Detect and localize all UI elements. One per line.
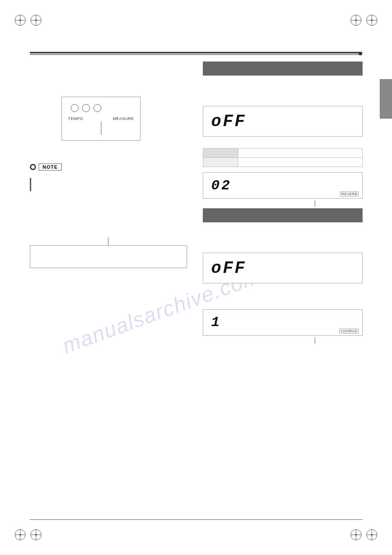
section1-content (203, 82, 363, 89)
left-para-2 (30, 203, 192, 210)
left-vertical-bar (30, 178, 31, 191)
header-rules (30, 52, 362, 60)
section2-header (203, 208, 363, 222)
left-para-4 (30, 225, 192, 233)
lcd-display-off-2: oFF (203, 253, 363, 283)
corner-mark-tl2 (28, 12, 44, 28)
lcd-off-2-text: oFF (211, 259, 246, 278)
left-content-area (30, 191, 192, 236)
table-cell-value-2 (238, 158, 363, 167)
lcd-display-1: 1 CHORUS (203, 309, 363, 336)
corner-mark-bl (12, 527, 28, 543)
lcd-1-text: 1 (211, 314, 221, 330)
measure-circle-1 (82, 104, 90, 112)
lcd-display-02: 02 REVERB (203, 172, 363, 199)
section2-content-3 (203, 297, 363, 304)
corner-mark-tr (364, 12, 380, 28)
bottom-rule (30, 519, 362, 520)
svg-point-19 (19, 534, 21, 536)
lcd-off-1-text: oFF (211, 112, 246, 131)
chorus-label: CHORUS (339, 329, 359, 334)
left-para-3 (30, 214, 192, 221)
lcd-02-text: 02 (211, 178, 231, 194)
corner-mark-br2 (348, 527, 364, 543)
svg-point-27 (371, 534, 373, 536)
section2-content (203, 229, 363, 236)
table-cell-header-2 (203, 158, 238, 167)
header-dot (359, 52, 362, 55)
tempo-label: TEMPO (68, 116, 83, 121)
note-icon (30, 164, 36, 170)
left-textbox-connector (108, 237, 108, 245)
corner-mark-bl2 (28, 527, 44, 543)
diagram-circles (62, 97, 140, 116)
table-row-1 (203, 149, 363, 158)
table-row-2 (203, 158, 363, 167)
section1-header (203, 62, 363, 76)
table-cell-header-1 (203, 149, 238, 158)
corner-mark-br (364, 527, 380, 543)
left-para-1 (30, 191, 192, 199)
table-cell-value-1 (238, 149, 363, 158)
note-text: NOTE (39, 163, 62, 170)
note-label-container: NOTE (30, 163, 62, 170)
svg-point-15 (355, 19, 357, 21)
svg-point-11 (371, 19, 373, 21)
svg-point-31 (355, 534, 357, 536)
measure-circle-2 (94, 104, 101, 112)
measure-label: MEASURE (113, 116, 134, 121)
section2-content-2 (203, 239, 363, 246)
corner-mark-tl (12, 12, 28, 28)
right-tab (380, 79, 392, 119)
tempo-circle (71, 104, 79, 112)
right-area: oFF 02 REVERB oFF 1 CHORUS (203, 62, 363, 344)
corner-mark-tr2 (348, 12, 364, 28)
svg-point-7 (35, 19, 37, 21)
reverb-label: REVERB (340, 192, 359, 196)
diagram-connector (101, 122, 101, 135)
reverb-connector (315, 200, 315, 207)
diagram-labels: TEMPO MEASURE (62, 116, 140, 122)
svg-point-3 (19, 19, 21, 21)
channel-table (203, 148, 363, 167)
chorus-connector (315, 337, 315, 344)
lcd-display-off-1: oFF (203, 106, 363, 137)
diagram-box: TEMPO MEASURE (61, 97, 140, 141)
svg-point-23 (35, 534, 37, 536)
left-textbox (30, 245, 187, 268)
section1-content-2 (203, 92, 363, 99)
